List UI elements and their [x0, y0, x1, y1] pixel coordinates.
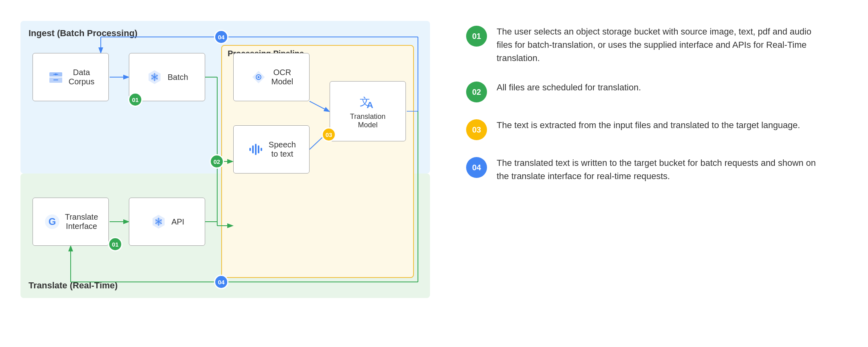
step-4-text: The translated text is written to the ta…: [497, 156, 827, 183]
step-3: 03 The text is extracted from the input …: [466, 118, 827, 140]
step-4: 04 The translated text is written to the…: [466, 156, 827, 183]
batch-node: Batch: [129, 53, 205, 101]
translate-interface-label: TranslateInterface: [65, 212, 98, 231]
svg-rect-24: [55, 73, 57, 75]
badge-04-top: 04: [214, 30, 228, 44]
step-1: 01 The user selects an object storage bu…: [466, 25, 827, 65]
translation-model-icon: 文 A: [359, 93, 377, 111]
badge-04-bottom: 04: [214, 275, 228, 289]
translate-interface-icon: G: [43, 213, 61, 231]
badge-02: 02: [210, 154, 224, 169]
speech-to-text-node: Speechto text: [233, 125, 310, 174]
step-2: 02 All files are scheduled for translati…: [466, 81, 827, 102]
data-corpus-label: DataCorpus: [69, 68, 94, 86]
step-2-badge: 02: [466, 82, 487, 102]
step-3-badge: 03: [466, 119, 487, 140]
step-2-text: All files are scheduled for translation.: [497, 81, 827, 94]
translate-section-label: Translate (Real-Time): [29, 280, 118, 291]
step-3-text: The text is extracted from the input fil…: [497, 118, 827, 132]
ingest-label: Ingest (Batch Processing): [29, 28, 137, 39]
svg-point-39: [257, 76, 259, 78]
step-1-badge: 01: [466, 26, 487, 47]
steps-panel: 01 The user selects an object storage bu…: [466, 21, 827, 183]
main-container: Ingest (Batch Processing) Translate (Rea…: [12, 13, 856, 334]
api-label: API: [171, 217, 184, 227]
diagram: Ingest (Batch Processing) Translate (Rea…: [20, 21, 442, 326]
translate-interface-node: G TranslateInterface: [33, 198, 109, 246]
svg-rect-23: [53, 80, 58, 80]
step-4-badge: 04: [466, 157, 487, 178]
speech-icon: [247, 141, 265, 158]
svg-rect-44: [261, 148, 262, 151]
data-corpus-node: DataCorpus: [33, 53, 109, 101]
speech-label: Speechto text: [269, 140, 296, 159]
svg-rect-43: [258, 145, 259, 153]
ocr-model-node: OCRModel: [233, 53, 310, 101]
svg-text:G: G: [48, 216, 56, 227]
badge-01-ingest: 01: [128, 92, 143, 107]
svg-rect-41: [252, 145, 254, 153]
ocr-icon: [250, 68, 267, 86]
ocr-label: OCRModel: [271, 68, 293, 86]
svg-rect-42: [255, 144, 257, 155]
api-node: API: [129, 198, 205, 246]
api-icon: [150, 213, 167, 231]
batch-label: Batch: [167, 73, 188, 82]
data-corpus-icon: [47, 68, 65, 86]
badge-01-translate: 01: [108, 237, 122, 251]
batch-icon: [146, 68, 163, 86]
step-1-text: The user selects an object storage bucke…: [497, 25, 827, 65]
translation-model-label: TranslationModel: [350, 112, 385, 129]
svg-text:A: A: [367, 100, 373, 110]
translation-model-node: 文 A TranslationModel: [330, 81, 406, 141]
svg-rect-40: [249, 148, 251, 151]
badge-03: 03: [322, 127, 336, 142]
